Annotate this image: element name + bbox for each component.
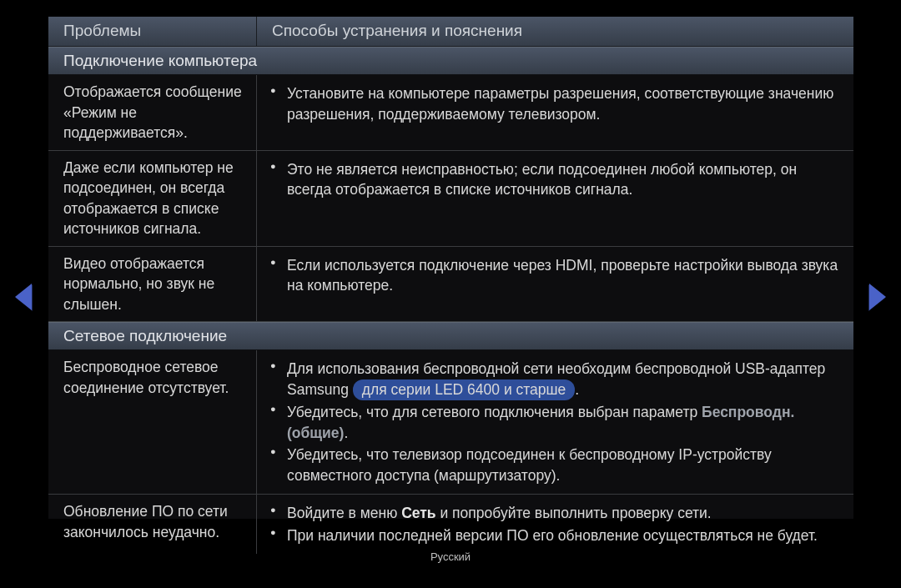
bullet-pre: Войдите в меню: [287, 505, 401, 521]
col-header-problems: Проблемы: [48, 17, 257, 46]
col-header-solutions: Способы устранения и пояснения: [257, 17, 853, 46]
solution-cell: Это не является неисправностью; если под…: [257, 151, 853, 246]
page: Проблемы Способы устранения и пояснения …: [0, 0, 901, 588]
solution-cell: Если используется подключение через HDMI…: [257, 247, 853, 322]
table-row: Беспроводное сетевое соединение отсутств…: [48, 350, 853, 495]
table-row: Отображается сообщение «Режим не поддерж…: [48, 75, 853, 151]
solution-bullet: Это не является неисправностью; если под…: [269, 159, 842, 200]
table-row: Даже если компьютер не подсоединен, он в…: [48, 151, 853, 247]
bullet-trail: .: [575, 381, 579, 398]
problem-text: Видео отображается нормально, но звук не…: [48, 247, 257, 322]
solution-bullet: При наличии последней версии ПО его обно…: [269, 525, 842, 546]
bullet-text: Убедитесь, что для сетевого подключения …: [287, 404, 702, 420]
next-page-arrow[interactable]: [869, 284, 886, 310]
problem-text: Обновление ПО по сети закончилось неудач…: [48, 495, 257, 554]
table-row: Обновление ПО по сети закончилось неудач…: [48, 495, 853, 554]
problem-text: Беспроводное сетевое соединение отсутств…: [48, 350, 257, 494]
section-network-connection: Сетевое подключение: [48, 322, 853, 350]
solution-bullet: Если используется подключение через HDMI…: [269, 255, 842, 296]
solution-bullet: Для использования беспроводной сети необ…: [269, 359, 842, 400]
table-header: Проблемы Способы устранения и пояснения: [48, 17, 853, 47]
solution-bullet: Установите на компьютере параметры разре…: [269, 83, 842, 124]
table-row: Видео отображается нормально, но звук не…: [48, 247, 853, 323]
solution-bullet: Войдите в меню Сеть и попробуйте выполни…: [269, 503, 842, 524]
troubleshooting-panel: Проблемы Способы устранения и пояснения …: [48, 17, 853, 519]
model-series-pill: для серии LED 6400 и старше: [353, 379, 576, 401]
solution-cell: Установите на компьютере параметры разре…: [257, 75, 853, 150]
menu-name: Сеть: [401, 505, 435, 521]
prev-page-arrow[interactable]: [15, 284, 32, 310]
solution-bullet: Убедитесь, что для сетевого подключения …: [269, 402, 842, 443]
bullet-trail: .: [344, 425, 348, 441]
solution-cell: Войдите в меню Сеть и попробуйте выполни…: [257, 495, 853, 554]
solution-cell: Для использования беспроводной сети необ…: [257, 350, 853, 494]
footer-language: Русский: [0, 550, 901, 563]
section-computer-connection: Подключение компьютера: [48, 47, 853, 75]
solution-bullet: Убедитесь, что телевизор подсоединен к б…: [269, 445, 842, 485]
problem-text: Даже если компьютер не подсоединен, он в…: [48, 151, 257, 246]
problem-text: Отображается сообщение «Режим не поддерж…: [48, 75, 257, 150]
bullet-post: и попробуйте выполнить проверку сети.: [436, 505, 712, 521]
